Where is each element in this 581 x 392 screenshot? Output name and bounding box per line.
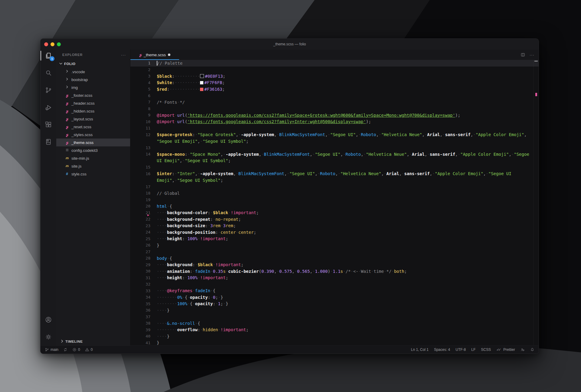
account-icon [45, 316, 52, 323]
color-swatch[interactable] [200, 74, 204, 78]
code-line[interactable]: 5$red:············#F36163; [130, 86, 539, 93]
activity-run-debug[interactable] [41, 101, 56, 113]
tree-item--footer-scss[interactable]: ʂ_footer.scss [56, 91, 130, 99]
status-item-lf[interactable]: LF [471, 348, 476, 352]
status-item-prettier[interactable]: ✓✓Prettier [496, 348, 515, 352]
tree-item-bootstrap[interactable]: bootstrap [56, 76, 130, 83]
code-line[interactable]: 34········0%·{·opacity:·0;·} [130, 294, 539, 301]
sass-file-icon: ʂ [66, 109, 68, 113]
code-line[interactable]: 21····background-color:·$black·!importan… [130, 210, 539, 216]
code-line[interactable]: 39········overflow:·hidden·!important; [130, 327, 539, 333]
status-item-main[interactable]: main [45, 348, 58, 352]
code-line[interactable]: 9@import·url('https://fonts.googleapis.c… [130, 112, 539, 119]
code-line[interactable]: 36····} [130, 307, 539, 314]
code-line[interactable]: 14$space-mono:·"Space Mono",·-apple-syst… [130, 151, 539, 158]
code-line[interactable]: 27 [130, 249, 539, 255]
code-line[interactable]: 13 [130, 145, 539, 151]
code-line[interactable]: 6 [130, 93, 539, 99]
code-line[interactable]: 18//·Global [130, 190, 539, 197]
minimize-window-button[interactable] [51, 42, 54, 46]
tree-item--layout-scss[interactable]: ʂ_layout.scss [56, 115, 130, 123]
code-line[interactable]: 11 [130, 125, 539, 132]
close-window-button[interactable] [44, 42, 48, 46]
tree-item--vscode[interactable]: .vscode [56, 68, 130, 76]
code-line[interactable]: UI Emoji",·"Segoe UI Symbol"; [130, 158, 539, 164]
tree-item--styles-scss[interactable]: ʂ_styles.scss [56, 131, 130, 139]
activity-extensions[interactable] [41, 119, 56, 131]
code-line[interactable]: 30····animation:·fadeIn·0.35s·cubic-bezi… [130, 268, 539, 275]
code-line[interactable]: 26} [130, 242, 539, 249]
code-line[interactable]: 31····height:·100%·!important; [130, 275, 539, 281]
tree-item-config-codekit3[interactable]: config.codekit3 [56, 146, 130, 154]
tree-item--header-scss[interactable]: ʂ_header.scss [56, 99, 130, 107]
activity-settings[interactable] [41, 331, 56, 343]
status-item-0[interactable]: 0 [72, 348, 80, 352]
prettier-check-icon: ✓✓ [496, 348, 500, 352]
code-line[interactable]: 7/*·Fonts·*/ [130, 99, 539, 106]
code-line[interactable]: 22····background-repeat:·no-repeat; [130, 216, 539, 223]
code-line[interactable]: 16$inter:·"Inter",·-apple-system,·BlinkM… [130, 171, 539, 177]
sass-file-icon: ʂ [139, 53, 141, 57]
tree-item-img[interactable]: img [56, 83, 130, 91]
activity-search[interactable] [41, 67, 56, 79]
code-line[interactable]: 1//·Palette [130, 60, 539, 67]
code-line[interactable]: Emoji",·"Segoe UI Symbol"; [130, 177, 539, 184]
code-line[interactable]: 8 [130, 106, 539, 112]
code-line[interactable]: 24····background-position:·center·center… [130, 229, 539, 236]
code-line[interactable]: 40····} [130, 333, 539, 340]
code-line[interactable]: 19 [130, 197, 539, 203]
code-line[interactable]: 10@import·url('https://fonts.googleapis.… [130, 119, 539, 125]
activity-source-control[interactable] [41, 84, 56, 96]
line-number: 15 [130, 165, 150, 169]
status-item-icon[interactable] [530, 348, 534, 352]
tree-item--theme-scss[interactable]: ʂ_theme.scss [56, 139, 130, 146]
overview-ruler[interactable] [533, 60, 539, 345]
status-item-icon[interactable] [520, 348, 525, 352]
code-line[interactable]: 35········100%·{·opacity:·1;·} [130, 301, 539, 307]
code-line[interactable]: 29····background:·$black·!important; [130, 262, 539, 268]
code-area[interactable]: ▶ 1//·Palette23$black:··········#0E0F13;… [130, 60, 539, 345]
code-line[interactable]: 25····height:·100%·!important; [130, 236, 539, 242]
status-item-icon[interactable] [63, 348, 67, 352]
status-item-ln-1-col-1[interactable]: Ln 1, Col 1 [411, 348, 428, 352]
code-line[interactable]: 32 [130, 281, 539, 288]
editor-more-icon[interactable]: ··· [530, 53, 534, 57]
split-editor-icon[interactable] [520, 52, 525, 57]
timeline-label: TIMELINE [65, 340, 83, 343]
explorer-more-icon[interactable]: ··· [121, 53, 126, 57]
status-item-utf-8[interactable]: UTF-8 [456, 348, 466, 352]
status-item-scss[interactable]: SCSS [481, 348, 491, 352]
code-line[interactable]: 15 [130, 164, 539, 171]
color-swatch[interactable] [200, 88, 203, 91]
code-line[interactable]: 2 [130, 67, 539, 73]
tree-item--hidden-scss[interactable]: ʂ_hidden.scss [56, 107, 130, 115]
color-swatch[interactable] [200, 81, 203, 84]
code-line[interactable]: 28body·{ [130, 255, 539, 262]
timeline-section[interactable]: TIMELINE [56, 338, 130, 345]
extensions-icon [45, 121, 52, 128]
code-line[interactable]: 12$space-grotesk:·"Space Grotesk",·-appl… [130, 132, 539, 138]
tree-item-style-css[interactable]: #style.css [56, 170, 130, 178]
folder-root[interactable]: FOLIO [56, 60, 130, 68]
code-line[interactable]: 23····background-size:·3rem·3rem; [130, 223, 539, 229]
tree-item--reset-scss[interactable]: ʂ_reset.scss [56, 123, 130, 131]
zoom-window-button[interactable] [57, 42, 61, 46]
status-item-0[interactable]: 0 [85, 348, 93, 352]
code-line[interactable]: "Segoe UI Emoji",·"Segoe UI Symbol"; [130, 138, 539, 145]
code-line[interactable]: 20html·{ [130, 203, 539, 210]
titlebar[interactable]: _theme.scss — folio [41, 39, 539, 50]
code-line[interactable]: 41} [130, 340, 539, 346]
code-line[interactable]: 4$white:··········#F7F6FB; [130, 80, 539, 86]
status-item-spaces-4[interactable]: Spaces: 4 [434, 348, 450, 352]
activity-explorer[interactable]: 1 [41, 50, 56, 62]
activity-codekit-panel[interactable] [41, 136, 56, 148]
tree-item-site-js[interactable]: JSsite.js [56, 162, 130, 170]
code-line[interactable]: 38····&.no-scroll·{ [130, 320, 539, 327]
tab-theme-scss[interactable]: ʂ _theme.scss [130, 50, 179, 60]
tree-item-site-min-js[interactable]: JSsite-min.js [56, 154, 130, 162]
code-line[interactable]: 33····@keyframes·fadeIn·{ [130, 288, 539, 294]
code-line[interactable]: 37 [130, 314, 539, 320]
activity-account[interactable] [41, 314, 56, 326]
code-line[interactable]: 3$black:··········#0E0F13; [130, 73, 539, 80]
code-line[interactable]: 17 [130, 184, 539, 190]
